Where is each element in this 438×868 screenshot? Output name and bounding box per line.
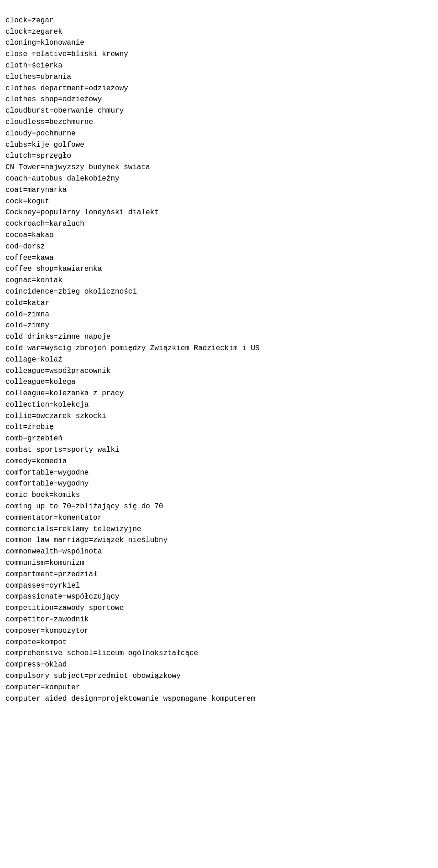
dictionary-entry: combat sports=sporty walki [5,444,433,456]
dictionary-entry: CN Tower=najwyższy budynek świata [5,162,433,173]
dictionary-entry: colleague=koleżanka z pracy [5,388,433,399]
dictionary-entry: close relative=bliski krewny [5,49,433,60]
dictionary-entry: compote=kompot [5,637,433,648]
dictionary-entry: clothes=ubrania [5,72,433,83]
dictionary-entry: clock=zegarek [5,26,433,38]
dictionary-entry: clothes department=odzieżowy [5,83,433,94]
dictionary-entry: cold=zimna [5,309,433,320]
dictionary-entry: cold=katar [5,298,433,309]
dictionary-entry: cognac=koniak [5,275,433,286]
dictionary-entry: cockroach=karaluch [5,218,433,230]
dictionary-entry: comfortable=wygodne [5,467,433,479]
dictionary-entry: coffee shop=kawiarenka [5,264,433,275]
dictionary-entry: cloudy=pochmurne [5,128,433,140]
dictionary-entry: compassionate=współczujący [5,591,433,603]
dictionary-entry: compress=okład [5,659,433,671]
dictionary-entry: compulsory subject=przedmiot obowiązkowy [5,671,433,682]
dictionary-entry: computer=komputer [5,682,433,693]
dictionary-entry: comfortable=wygodny [5,478,433,490]
dictionary-entry: cloth=ścierka [5,60,433,72]
dictionary-entry: competitor=zawodnik [5,614,433,625]
dictionary-entry: comb=grzebień [5,433,433,444]
dictionary-entry: cold=zimny [5,320,433,331]
dictionary-entry: clothes shop=odzieżowy [5,94,433,105]
dictionary-entry: coincidence=zbieg okoliczności [5,286,433,298]
dictionary-entry: cock=kogut [5,196,433,207]
dictionary-entry: colleague=kolega [5,377,433,388]
dictionary-entry: cloning=klonowanie [5,37,433,49]
dictionary-entry: collage=kolaż [5,354,433,366]
dictionary-entry: cold war=wyścig zbrojeń pomiędzy Związki… [5,343,433,354]
dictionary-entry: cold drinks=zimne napoje [5,331,433,343]
dictionary-entry: competition=zawody sportowe [5,603,433,614]
dictionary-entry: comic book=komiks [5,490,433,501]
dictionary-entry: computer aided design=projektowanie wspo… [5,693,433,705]
dictionary-list: clock=zegarclock=zegarekcloning=klonowan… [5,4,433,704]
dictionary-entry: commercials=reklamy telewizyjne [5,524,433,535]
dictionary-entry: communism=komunizm [5,558,433,569]
dictionary-entry: Cockney=popularny londyński dialekt [5,207,433,218]
dictionary-entry: compartment=przedział [5,569,433,580]
dictionary-entry: collection=kolekcja [5,399,433,411]
dictionary-entry: coffee=kawa [5,253,433,264]
dictionary-entry: colt=źrebię [5,422,433,433]
dictionary-entry: cod=dorsz [5,241,433,253]
dictionary-entry: common law marriage=związek nieślubny [5,535,433,546]
dictionary-entry: clock=zegar [5,15,433,26]
dictionary-entry: colleague=współpracownik [5,366,433,377]
dictionary-entry: collie=owczarek szkocki [5,411,433,422]
dictionary-entry: commonwealth=wspólnota [5,546,433,558]
dictionary-entry: compasses=cyrkiel [5,580,433,592]
dictionary-entry: comprehensive school=liceum ogólnokształ… [5,648,433,659]
dictionary-entry: composer=kompozytor [5,625,433,637]
dictionary-entry: coat=marynarka [5,185,433,196]
dictionary-entry: cloudburst=oberwanie chmury [5,105,433,117]
dictionary-entry: commentator=komentator [5,512,433,524]
dictionary-entry: coming up to 70=zbliżający się do 70 [5,501,433,512]
dictionary-entry: comedy=komedia [5,456,433,467]
dictionary-entry: cocoa=kakao [5,230,433,241]
dictionary-entry: coach=autobus dalekobieżny [5,173,433,185]
dictionary-entry: clubs=kije golfowe [5,140,433,151]
dictionary-entry: cloudless=bezchmurne [5,117,433,128]
dictionary-entry: clutch=sprzęgło [5,150,433,162]
